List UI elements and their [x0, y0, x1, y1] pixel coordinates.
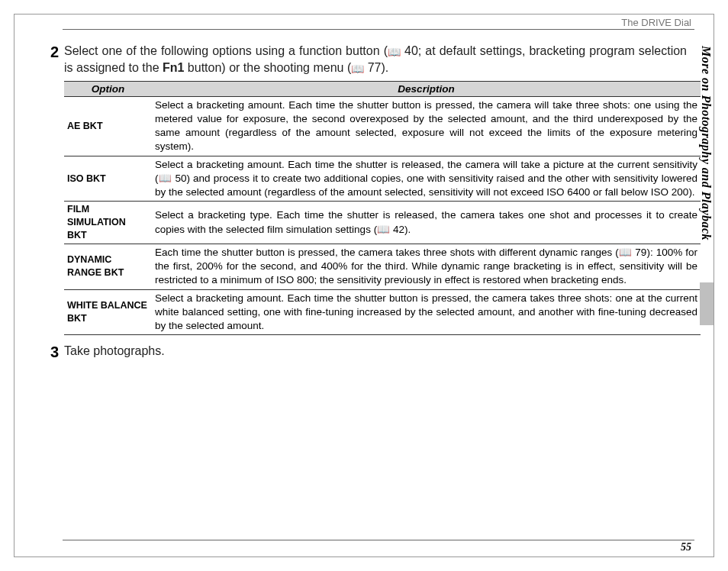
table-row: WHITE BALANCE BKT Select a bracketing am…: [64, 289, 701, 335]
desc-cell: Select a bracketing amount. Each time th…: [152, 289, 701, 335]
desc-cell: Select a bracketing amount. Each time th…: [152, 96, 701, 156]
header-rule: [63, 29, 694, 30]
chapter-tab-marker: [700, 282, 714, 325]
desc-cell: Each time the shutter button is pressed,…: [152, 244, 701, 289]
col-description: Description: [152, 81, 701, 96]
col-option: Option: [64, 81, 152, 96]
table-row: DYNAMIC RANGE BKT Each time the shutter …: [64, 244, 701, 289]
option-cell: ISO BKT: [64, 156, 152, 202]
option-cell: AE BKT: [64, 96, 152, 156]
page-number: 55: [681, 541, 691, 553]
option-cell: DYNAMIC RANGE BKT: [64, 244, 152, 289]
option-cell: FILM SIMULATION BKT: [64, 202, 152, 244]
step-2-text: Select one of the following options usin…: [64, 43, 687, 76]
step-3: 3 Take photographs.: [50, 343, 687, 361]
fn1-label: Fn1: [163, 61, 184, 74]
step-3-number: 3: [50, 343, 64, 361]
desc-cell: Select a bracketing amount. Each time th…: [152, 156, 701, 202]
table-row: FILM SIMULATION BKT Select a bracketing …: [64, 202, 701, 244]
book-icon: 📖: [388, 45, 401, 60]
footer-rule: [63, 540, 694, 540]
book-icon: 📖: [351, 62, 364, 76]
table-row: ISO BKT Select a bracketing amount. Each…: [64, 156, 701, 202]
chapter-tab-label: More on Photography and Playback: [699, 46, 713, 240]
step-2: 2 Select one of the following options us…: [50, 43, 687, 76]
header-section-title: The DRIVE Dial: [621, 17, 691, 28]
step2-ref2: 77).: [364, 61, 388, 74]
main-content: 2 Select one of the following options us…: [50, 43, 687, 366]
step2-pre: Select one of the following options usin…: [64, 44, 388, 57]
bracketing-options-table: Option Description AE BKT Select a brack…: [64, 81, 701, 335]
step-3-text: Take photographs.: [64, 343, 687, 360]
option-cell: WHITE BALANCE BKT: [64, 289, 152, 335]
step-2-number: 2: [50, 43, 64, 61]
desc-cell: Select a bracketing type. Each time the …: [152, 202, 701, 244]
table-row: AE BKT Select a bracketing amount. Each …: [64, 96, 701, 156]
step2-mid: button) or the shooting menu (: [184, 61, 351, 74]
